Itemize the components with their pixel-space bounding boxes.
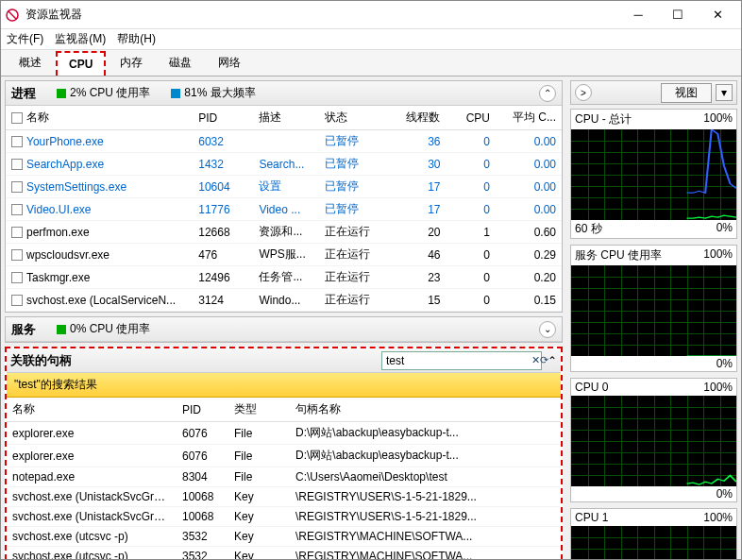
row-checkbox[interactable] <box>11 204 23 215</box>
handles-title: 关联的句柄 <box>10 352 72 369</box>
chart-title: CPU 1 <box>575 511 608 524</box>
services-usage-label: 0% CPU 使用率 <box>70 321 150 337</box>
col-pid[interactable]: PID <box>193 106 253 130</box>
col-cpu[interactable]: CPU <box>446 106 495 130</box>
services-panel: 服务 0% CPU 使用率 ⌄ <box>5 316 563 343</box>
chart-max: 100% <box>703 511 733 524</box>
row-checkbox[interactable] <box>11 295 23 306</box>
hcol-name[interactable]: 名称 <box>7 398 177 422</box>
max-freq-icon <box>171 89 180 98</box>
search-results-bar: "test"的搜索结果 <box>7 373 561 398</box>
menu-file[interactable]: 文件(F) <box>7 31 43 47</box>
table-row[interactable]: perfmon.exe 12668资源和...正在运行 2010.60 <box>6 221 562 244</box>
view-dropdown-icon[interactable]: ▾ <box>716 84 733 101</box>
tab-memory[interactable]: 内存 <box>108 49 155 76</box>
col-desc[interactable]: 描述 <box>253 106 319 130</box>
search-clear-icon[interactable]: ✕ <box>531 354 540 366</box>
view-button[interactable]: 视图 <box>661 83 712 103</box>
handles-search-input[interactable] <box>382 354 531 367</box>
services-usage-icon <box>57 325 66 334</box>
chart-footer-right: 0% <box>717 221 733 237</box>
processes-collapse-button[interactable]: ⌃ <box>539 85 556 102</box>
chart-max: 100% <box>703 247 733 263</box>
tabstrip: 概述 CPU 内存 磁盘 网络 <box>1 50 741 76</box>
table-row[interactable]: svchost.exe (utcsvc -p)3532Key\REGISTRY\… <box>7 527 561 547</box>
select-all-checkbox[interactable] <box>11 112 23 124</box>
row-checkbox[interactable] <box>11 272 23 283</box>
table-row[interactable]: svchost.exe (UnistackSvcGroup)10068Key\R… <box>7 507 561 527</box>
tab-disk[interactable]: 磁盘 <box>157 49 204 76</box>
menu-help[interactable]: 帮助(H) <box>117 31 156 47</box>
menubar: 文件(F) 监视器(M) 帮助(H) <box>1 29 741 50</box>
handles-collapse-button[interactable]: ⌃ <box>548 354 557 367</box>
col-threads[interactable]: 线程数 <box>385 106 446 130</box>
window-title: 资源监视器 <box>25 7 618 23</box>
cpu-usage-icon <box>57 89 66 98</box>
table-row[interactable]: SystemSettings.exe 10604设置已暂停 1700.00 <box>6 176 562 198</box>
handles-searchbox: ✕ ⟳ <box>381 351 542 370</box>
table-row[interactable]: svchost.exe (LocalServiceN... 3124Windo.… <box>6 289 562 312</box>
table-row[interactable]: SearchApp.exe 1432Search...已暂停 3000.00 <box>6 153 562 176</box>
handles-table: 名称 PID 类型 句柄名称 explorer.exe6076FileD:\网站… <box>7 398 561 559</box>
chart-footer-right: 0% <box>717 357 733 370</box>
hcol-handle[interactable]: 句柄名称 <box>290 398 561 422</box>
row-checkbox[interactable] <box>11 249 23 261</box>
chart-title: CPU - 总计 <box>575 111 632 127</box>
row-checkbox[interactable] <box>11 159 23 170</box>
table-row[interactable]: Video.UI.exe 11776Video ...已暂停 1700.00 <box>6 198 562 221</box>
charts-collapse-button[interactable]: > <box>575 84 592 101</box>
chart-max: 100% <box>703 111 733 127</box>
cpu-usage-label: 2% CPU 使用率 <box>70 85 150 101</box>
tab-overview[interactable]: 概述 <box>7 49 54 76</box>
row-checkbox[interactable] <box>11 181 23 193</box>
table-row[interactable]: svchost.exe (utcsvc -p)3532Key\REGISTRY\… <box>7 547 561 560</box>
table-row[interactable]: svchost.exe (UnistackSvcGroup)10068Key\R… <box>7 487 561 507</box>
chart: CPU - 总计100% 60 秒0% <box>570 109 737 239</box>
tab-cpu[interactable]: CPU <box>56 51 106 76</box>
table-row[interactable]: Taskmgr.exe 12496任务管...正在运行 2300.20 <box>6 266 562 289</box>
row-checkbox[interactable] <box>11 136 23 147</box>
chart-title: 服务 CPU 使用率 <box>575 247 662 263</box>
hcol-pid[interactable]: PID <box>177 398 228 422</box>
svg-line-1 <box>8 11 16 19</box>
processes-panel: 进程 2% CPU 使用率 81% 最大频率 ⌃ 名称 PID 描述 状态 线程… <box>5 80 563 313</box>
chart-footer-left: 60 秒 <box>575 221 602 237</box>
row-checkbox[interactable] <box>11 227 23 238</box>
table-row[interactable]: wpscloudsvr.exe 476WPS服...正在运行 4600.29 <box>6 244 562 266</box>
menu-monitor[interactable]: 监视器(M) <box>55 31 106 47</box>
max-freq-label: 81% 最大频率 <box>184 85 255 101</box>
titlebar: 资源监视器 ─ ☐ ✕ <box>1 1 741 29</box>
processes-table: 名称 PID 描述 状态 线程数 CPU 平均 C... YourPhone.e… <box>6 106 562 312</box>
services-collapse-button[interactable]: ⌄ <box>539 321 556 338</box>
charts-header: > 视图 ▾ <box>570 80 737 105</box>
minimize-button[interactable]: ─ <box>618 2 658 28</box>
table-row[interactable]: YourPhone.exe 6032已暂停 3600.00 <box>6 130 562 153</box>
chart: CPU 0100% 0% <box>570 378 737 502</box>
chart-title: CPU 0 <box>575 381 608 394</box>
chart: CPU 1100% <box>570 508 737 559</box>
maximize-button[interactable]: ☐ <box>658 2 698 28</box>
table-row[interactable]: explorer.exe6076FileD:\网站\abackup\easyba… <box>7 445 561 467</box>
tab-network[interactable]: 网络 <box>206 49 253 76</box>
handles-panel: 关联的句柄 ✕ ⟳ ⌃ "test"的搜索结果 名称 PID 类型 句柄名称 e… <box>5 347 563 559</box>
col-status[interactable]: 状态 <box>319 106 385 130</box>
app-icon <box>5 8 20 23</box>
col-avg[interactable]: 平均 C... <box>496 106 562 130</box>
hcol-type[interactable]: 类型 <box>228 398 290 422</box>
col-name[interactable]: 名称 <box>6 106 193 130</box>
close-button[interactable]: ✕ <box>698 2 737 28</box>
chart: 服务 CPU 使用率100% 0% <box>570 245 737 372</box>
services-title: 服务 <box>11 321 36 338</box>
processes-title: 进程 <box>11 85 36 102</box>
chart-max: 100% <box>703 381 733 394</box>
table-row[interactable]: explorer.exe6076FileD:\网站\abackup\easyba… <box>7 422 561 445</box>
chart-footer-right: 0% <box>717 487 733 501</box>
table-row[interactable]: notepad.exe8304FileC:\Users\Aaomei\Deskt… <box>7 467 561 487</box>
